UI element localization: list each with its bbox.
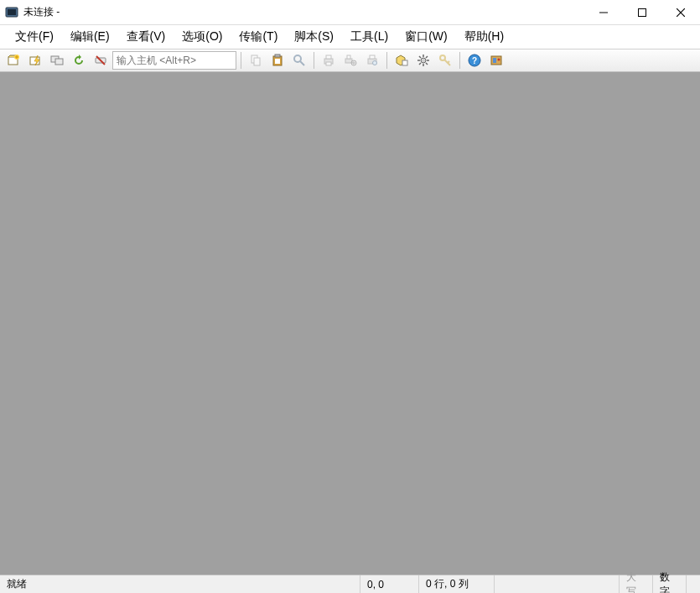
toolbar-separator	[314, 52, 314, 69]
status-bar: 就绪 0, 0 0 行, 0 列 大写 数字	[0, 575, 700, 593]
minimize-button[interactable]	[584, 0, 623, 25]
toolbar-separator	[386, 52, 387, 69]
status-num: 数字	[653, 575, 687, 593]
help-icon[interactable]: ?	[464, 50, 485, 70]
svg-point-30	[421, 58, 426, 63]
menu-options[interactable]: 选项(O)	[174, 27, 231, 47]
print-preview-icon[interactable]	[362, 50, 382, 70]
new-session-icon[interactable]	[3, 50, 23, 70]
about-icon[interactable]	[486, 50, 506, 70]
copy-icon[interactable]	[246, 50, 266, 70]
disconnect-icon[interactable]	[91, 50, 111, 70]
svg-rect-3	[639, 8, 646, 16]
close-button[interactable]	[661, 0, 700, 25]
menu-bar: 文件(F) 编辑(E) 查看(V) 选项(O) 传输(T) 脚本(S) 工具(L…	[0, 25, 700, 49]
maximize-button[interactable]	[623, 0, 661, 25]
svg-point-46	[498, 59, 500, 61]
status-ready: 就绪	[0, 575, 360, 593]
paste-icon[interactable]	[267, 50, 288, 70]
status-spacer	[495, 575, 620, 593]
svg-line-36	[426, 63, 428, 65]
toolbar: ?	[0, 49, 700, 72]
key-icon[interactable]	[435, 50, 455, 70]
svg-point-28	[373, 61, 377, 65]
menu-tools[interactable]: 工具(L)	[342, 27, 397, 47]
svg-rect-27	[370, 55, 375, 59]
svg-line-38	[419, 63, 421, 65]
title-bar: 未连接 -	[0, 0, 700, 25]
svg-rect-17	[275, 59, 280, 64]
svg-rect-24	[347, 55, 350, 59]
menu-transfer[interactable]: 传输(T)	[231, 27, 286, 47]
menu-script[interactable]: 脚本(S)	[286, 27, 342, 47]
svg-rect-29	[402, 60, 407, 65]
reconnect-icon[interactable]	[69, 50, 89, 70]
host-input[interactable]	[112, 51, 236, 70]
svg-line-41	[448, 61, 449, 63]
session-options-icon[interactable]	[391, 50, 412, 70]
menu-window[interactable]: 窗口(W)	[397, 27, 456, 47]
svg-rect-1	[8, 9, 16, 15]
svg-line-35	[419, 56, 421, 58]
svg-rect-22	[326, 62, 331, 65]
toolbar-separator	[241, 52, 241, 69]
quick-connect-icon[interactable]	[25, 50, 45, 70]
menu-view[interactable]: 查看(V)	[118, 27, 174, 47]
resize-grip[interactable]	[687, 575, 700, 593]
find-icon[interactable]	[289, 50, 309, 70]
svg-text:?: ?	[472, 56, 477, 65]
print-setup-icon[interactable]	[340, 50, 360, 70]
svg-rect-45	[493, 58, 496, 63]
menu-edit[interactable]: 编辑(E)	[62, 27, 118, 47]
svg-rect-10	[55, 59, 63, 65]
svg-rect-16	[275, 55, 280, 57]
toolbar-separator	[459, 52, 460, 69]
svg-point-18	[294, 55, 301, 62]
window-title: 未连接 -	[23, 5, 60, 19]
global-options-icon[interactable]	[413, 50, 433, 70]
menu-help[interactable]: 帮助(H)	[456, 27, 512, 47]
svg-line-37	[426, 56, 428, 58]
connect-tab-icon[interactable]	[47, 50, 67, 70]
print-icon[interactable]	[319, 50, 339, 70]
app-icon	[5, 6, 18, 19]
status-caps: 大写	[620, 575, 653, 593]
svg-rect-14	[254, 58, 260, 65]
status-rowcol: 0 行, 0 列	[419, 575, 495, 593]
menu-file[interactable]: 文件(F)	[7, 27, 62, 47]
status-position: 0, 0	[360, 575, 419, 593]
svg-rect-21	[326, 55, 331, 59]
workspace-area	[0, 72, 700, 575]
svg-line-19	[300, 61, 304, 65]
